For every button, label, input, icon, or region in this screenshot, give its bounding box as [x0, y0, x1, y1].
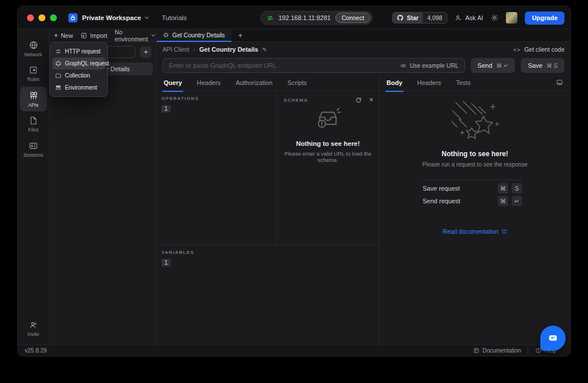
response-empty-subtitle: Please run a request to see the response — [380, 161, 570, 168]
sidebar-label-rules: Rules — [27, 76, 40, 82]
schema-empty-title: Nothing to see here! — [277, 140, 379, 147]
save-button[interactable]: Save ⌘ S — [521, 58, 564, 73]
breadcrumb-parent[interactable]: API Client — [163, 46, 189, 53]
close-window-button[interactable] — [27, 14, 34, 21]
new-button[interactable]: + New — [54, 32, 73, 39]
invite-person-icon — [29, 320, 38, 330]
read-documentation-link[interactable]: Read documentation — [380, 228, 570, 235]
external-link-icon — [501, 229, 507, 234]
documentation-button[interactable]: Documentation — [466, 347, 528, 355]
files-icon — [29, 116, 38, 125]
operations-editor[interactable]: OPERATIONS 1 — [157, 91, 276, 245]
use-example-url-button[interactable]: Use example URL — [400, 62, 458, 69]
import-icon — [80, 32, 87, 39]
upgrade-button[interactable]: Upgrade — [525, 11, 564, 25]
tab-get-country-details[interactable]: Get Country Details — [157, 29, 231, 42]
workspace-name[interactable]: Private Workspace — [82, 14, 141, 21]
rename-pencil-icon[interactable]: ✎ — [262, 47, 267, 53]
sidebar-item-invite[interactable]: Invite — [20, 316, 47, 341]
workspace-chevron-down-icon[interactable] — [145, 15, 149, 19]
add-request-button[interactable]: + — [140, 47, 152, 58]
chat-widget-button[interactable] — [540, 326, 566, 351]
new-button-label: New — [61, 32, 73, 39]
response-empty-title: Nothing to see here! — [380, 150, 570, 158]
star-count: 4,098 — [423, 13, 447, 23]
send-button[interactable]: Send ⌘ ↵ — [471, 58, 516, 73]
connection-icon — [266, 14, 274, 22]
documentation-icon — [473, 347, 479, 354]
plus-icon: + — [54, 32, 58, 39]
apis-icon — [29, 91, 38, 100]
window-controls — [27, 14, 57, 21]
save-button-label: Save — [528, 62, 542, 69]
tab-tests[interactable]: Tests — [456, 74, 471, 91]
menu-item-http-request[interactable]: HTTP request — [52, 45, 105, 57]
request-pane-tabs: Query Headers Authorization Scripts — [157, 74, 379, 91]
get-client-code-button[interactable]: <> Get client code — [513, 46, 564, 53]
star-label: Star — [407, 14, 418, 21]
main-content: Get Country Details + API Client › Get C… — [157, 29, 570, 345]
sidebar-item-sessions[interactable]: Sessions — [20, 137, 47, 162]
network-globe-icon — [29, 40, 38, 50]
variables-editor[interactable]: VARIABLES 1 — [157, 245, 379, 267]
schema-close-icon[interactable]: × — [369, 96, 373, 103]
dock-panel-icon[interactable] — [556, 79, 563, 86]
tab-authorization[interactable]: Authorization — [235, 74, 272, 91]
import-button[interactable]: Import — [80, 32, 107, 39]
collection-folder-icon — [55, 72, 61, 79]
operations-line-number: 1 — [161, 105, 171, 113]
ask-ai-label: Ask AI — [465, 14, 483, 21]
environment-select[interactable]: No environment — [115, 29, 155, 42]
schema-header: SCHEMA × — [277, 91, 379, 103]
sidebar-label-network: Network — [24, 52, 42, 57]
sidebar-item-files[interactable]: Files — [20, 112, 47, 137]
ask-ai-button[interactable]: Ask AI — [455, 14, 483, 22]
settings-gear-icon[interactable] — [490, 14, 498, 22]
tab-query[interactable]: Query — [164, 74, 182, 91]
menu-item-label: HTTP request — [65, 48, 100, 55]
schema-refresh-icon[interactable] — [355, 97, 362, 103]
sidebar-item-rules[interactable]: Rules — [20, 61, 47, 86]
response-empty-state: Nothing to see here! Please run a reques… — [380, 98, 570, 168]
tab-body[interactable]: Body — [386, 74, 403, 91]
github-star-badge[interactable]: Star 4,098 — [392, 12, 447, 24]
use-example-url-label: Use example URL — [409, 62, 458, 69]
menu-item-environment[interactable]: Environment — [52, 82, 105, 94]
code-brackets-icon: <> — [513, 47, 521, 53]
http-request-icon — [55, 48, 61, 55]
sidebar-item-network[interactable]: Network — [20, 36, 47, 61]
minimize-window-button[interactable] — [38, 14, 45, 21]
connection-pill: 192.168.1.11:8281 Connect — [260, 11, 373, 25]
sidebar-item-apis[interactable]: APIs — [20, 87, 47, 111]
connect-button[interactable]: Connect — [335, 13, 370, 23]
new-dropdown-menu: HTTP request GraphQL request Collection … — [49, 42, 108, 97]
enter-key-badge: ↵ — [512, 196, 522, 206]
s-key-badge: S — [512, 183, 522, 194]
server-address: 192.168.1.11:8281 — [278, 14, 331, 21]
tab-headers[interactable]: Headers — [197, 74, 221, 91]
sessions-icon — [29, 141, 38, 150]
schema-empty-subtitle: Please enter a valid URL to load the sch… — [277, 150, 379, 163]
user-avatar[interactable] — [506, 12, 517, 24]
endpoint-url-input[interactable] — [169, 62, 396, 69]
graphql-tab-icon — [163, 32, 169, 38]
get-client-code-label: Get client code — [524, 46, 564, 53]
send-button-label: Send — [478, 62, 493, 69]
rules-icon — [29, 65, 38, 75]
new-tab-button[interactable]: + — [238, 31, 243, 40]
link-icon — [400, 63, 407, 69]
menu-item-collection[interactable]: Collection — [52, 69, 105, 82]
github-icon — [397, 14, 404, 21]
menu-item-graphql-request[interactable]: GraphQL request — [52, 57, 105, 69]
save-shortcut-hint: ⌘ S — [547, 63, 558, 69]
tab-scripts[interactable]: Scripts — [288, 74, 307, 91]
tab-response-headers[interactable]: Headers — [417, 74, 442, 91]
request-response-split: Query Headers Authorization Scripts OPER… — [157, 74, 570, 345]
menu-tutorials[interactable]: Tutorials — [162, 14, 187, 21]
import-button-label: Import — [90, 32, 107, 39]
maximize-window-button[interactable] — [50, 14, 57, 21]
request-tabstrip: Get Country Details + — [157, 29, 570, 42]
read-documentation-label: Read documentation — [443, 228, 498, 235]
menu-item-label: Collection — [65, 72, 90, 79]
variables-label: VARIABLES — [161, 250, 379, 255]
